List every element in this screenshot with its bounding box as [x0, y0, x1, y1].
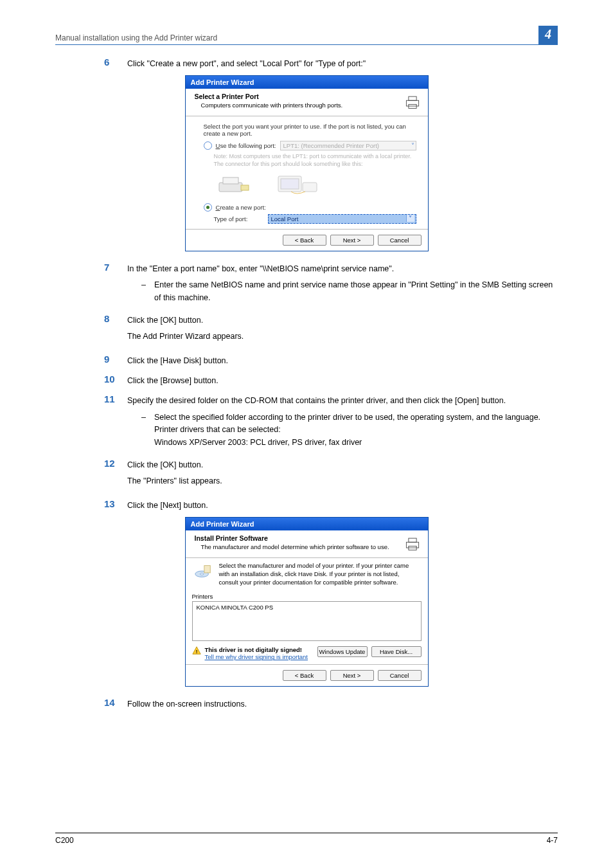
bullet-dash: –	[141, 279, 154, 304]
driver-signing-link[interactable]: Tell me why driver signing is important	[205, 653, 308, 660]
warning-icon: !	[192, 646, 201, 655]
printers-list-label: Printers	[192, 593, 422, 600]
driver-signing-warning: This driver is not digitally signed!	[205, 646, 314, 653]
step-subtext: The "Printers" list appears.	[127, 475, 558, 487]
page-header: Manual installation using the Add Printe…	[55, 26, 558, 45]
bullet-text: Enter the same NetBIOS name and print se…	[154, 279, 558, 304]
wizard-heading: Install Printer Software	[195, 534, 404, 542]
wizard-intro-text: Select the port you want your printer to…	[204, 123, 416, 137]
step-13: 13 Click the [Next] button.	[104, 498, 558, 512]
step-number: 10	[104, 374, 127, 387]
step-8: 8 Click the [OK] button. The Add Printer…	[104, 313, 558, 347]
svg-rect-8	[303, 183, 317, 192]
port-dropdown[interactable]: LPT1: (Recommended Printer Port) ˅	[280, 141, 416, 150]
step-text: Click "Create a new port", and select "L…	[127, 57, 558, 70]
svg-rect-14	[204, 566, 209, 573]
printer-list-item[interactable]: KONICA MINOLTA C200 PS	[197, 604, 417, 611]
page-footer: C200 4-7	[55, 833, 558, 845]
svg-rect-4	[223, 177, 238, 184]
wizard-subheading: The manufacturer and model determine whi…	[201, 543, 404, 550]
connector-illustrations	[215, 172, 416, 198]
step-number: 14	[104, 697, 127, 710]
printer-icon	[404, 93, 422, 111]
port-note-text: Note: Most computers use the LPT1: port …	[214, 153, 416, 168]
cancel-button[interactable]: Cancel	[378, 670, 422, 681]
step-7: 7 In the "Enter a port name" box, enter …	[104, 262, 558, 307]
step-text: Click the [Next] button.	[127, 498, 558, 512]
printer-icon	[404, 534, 422, 552]
chapter-number-badge: 4	[538, 26, 558, 44]
footer-model: C200	[55, 836, 74, 845]
svg-text:!: !	[195, 649, 197, 655]
step-number: 6	[104, 57, 127, 70]
svg-rect-0	[406, 101, 418, 107]
step-text: Click the [OK] button.	[127, 459, 558, 471]
radio-label-use-port: UUse the following port:se the following…	[216, 142, 276, 149]
step-text: Click the [Have Disk] button.	[127, 354, 558, 367]
svg-rect-9	[406, 542, 418, 548]
chevron-down-icon: ˅	[406, 215, 414, 222]
step-number: 11	[104, 393, 127, 451]
type-of-port-dropdown[interactable]: Local Port ˅	[268, 214, 416, 224]
footer-page-number: 4-7	[547, 836, 558, 845]
step-number: 13	[104, 498, 127, 512]
step-number: 8	[104, 313, 127, 347]
bullet-dash: –	[141, 411, 154, 449]
radio-label-create-port: Create a new port:	[216, 204, 266, 211]
svg-rect-7	[281, 179, 299, 189]
svg-rect-10	[408, 538, 416, 542]
type-of-port-label: Type of port:	[214, 215, 268, 222]
step-9: 9 Click the [Have Disk] button.	[104, 354, 558, 367]
wizard-intro-text: Select the manufacturer and model of you…	[219, 562, 420, 586]
step-subtext: The Add Printer Wizard appears.	[127, 330, 558, 343]
bullet-text: Printer drivers that can be selected:	[154, 424, 558, 436]
add-printer-wizard-software: Add Printer Wizard Install Printer Softw…	[185, 517, 429, 687]
step-text: Follow the on-screen instructions.	[127, 697, 558, 710]
type-of-port-value: Local Port	[271, 215, 299, 222]
wizard-subheading: Computers communicate with printers thro…	[201, 102, 404, 109]
have-disk-button[interactable]: Have Disk...	[371, 646, 422, 657]
step-12: 12 Click the [OK] button. The "Printers"…	[104, 458, 558, 492]
chevron-down-icon: ˅	[411, 142, 414, 149]
step-text: Click the [Browse] button.	[127, 374, 558, 387]
step-number: 7	[104, 262, 127, 307]
back-button[interactable]: < Back	[283, 235, 326, 246]
computer-illustration-icon	[273, 172, 324, 198]
port-dropdown-value: LPT1: (Recommended Printer Port)	[283, 142, 379, 149]
wizard-titlebar: Add Printer Wizard	[186, 518, 428, 530]
step-10: 10 Click the [Browse] button.	[104, 374, 558, 387]
next-button[interactable]: Next >	[330, 235, 374, 246]
wizard-titlebar: Add Printer Wizard	[186, 76, 428, 89]
back-button[interactable]: < Back	[283, 670, 326, 681]
svg-rect-1	[408, 97, 416, 101]
step-text: In the "Enter a port name" box, enter "\…	[127, 263, 558, 275]
next-button[interactable]: Next >	[330, 670, 374, 681]
step-6: 6 Click "Create a new port", and select …	[104, 57, 558, 70]
bullet-text: Select the specified folder according to…	[154, 411, 558, 424]
disk-icon	[193, 562, 213, 581]
step-number: 12	[104, 458, 127, 492]
step-text: Click the [OK] button.	[127, 314, 558, 327]
printers-listbox[interactable]: KONICA MINOLTA C200 PS	[192, 601, 422, 641]
cancel-button[interactable]: Cancel	[378, 235, 422, 246]
radio-create-new-port[interactable]	[204, 203, 212, 212]
svg-point-13	[200, 573, 204, 575]
radio-use-following-port[interactable]	[204, 141, 212, 150]
windows-update-button[interactable]: Windows Update	[317, 646, 368, 657]
wizard-heading: Select a Printer Port	[195, 93, 404, 100]
step-number: 9	[104, 354, 127, 367]
add-printer-wizard-port: Add Printer Wizard Select a Printer Port…	[185, 75, 429, 251]
svg-rect-5	[241, 185, 249, 190]
printer-illustration-icon	[215, 172, 254, 198]
step-11: 11 Specify the desired folder on the CD-…	[104, 393, 558, 451]
section-title: Manual installation using the Add Printe…	[55, 33, 217, 44]
step-14: 14 Follow the on-screen instructions.	[104, 697, 558, 710]
bullet-text: Windows XP/Server 2003: PCL driver, PS d…	[154, 437, 558, 449]
step-text: Specify the desired folder on the CD-ROM…	[127, 395, 558, 407]
